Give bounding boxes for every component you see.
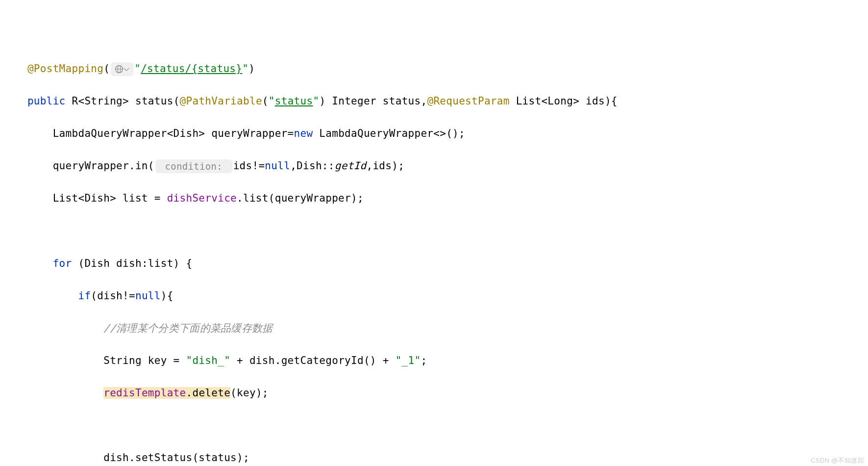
dot: . xyxy=(186,387,192,399)
keyword-null: null xyxy=(265,160,290,172)
ids-end: ,ids); xyxy=(366,160,404,172)
indent xyxy=(27,387,103,399)
indent xyxy=(27,160,53,172)
string-suffix-1: "_1" xyxy=(396,355,421,366)
comment-cleanup: //清理某个分类下面的菜品缓存数据 xyxy=(103,322,273,334)
code-line-12[interactable] xyxy=(0,414,868,436)
string-quote-open: " xyxy=(269,95,275,107)
string-key-decl: String key = xyxy=(103,355,186,366)
keyword-null: null xyxy=(135,290,161,302)
indent xyxy=(27,322,103,334)
for-params: (Dish dish:list) { xyxy=(72,258,193,269)
url-hint-badge[interactable] xyxy=(111,62,133,76)
code-line-6[interactable] xyxy=(0,220,868,241)
code-line-8[interactable]: if(dish!=null){ xyxy=(0,285,868,307)
querywrapper-decl: LambdaQueryWrapper<Dish> queryWrapper= xyxy=(53,128,294,139)
string-quote-open: " xyxy=(134,63,141,75)
param1-type: Integer xyxy=(332,95,383,107)
method-name-status: status xyxy=(135,95,174,107)
list-call: .list(queryWrapper); xyxy=(237,192,364,204)
indent xyxy=(27,452,103,464)
paren-open: ( xyxy=(174,95,180,107)
annotation-requestparam: @RequestParam xyxy=(427,95,509,107)
code-line-5[interactable]: List<Dish> list = dishService.list(query… xyxy=(0,187,868,209)
if-cond: (dish!= xyxy=(91,290,135,302)
chevron-down-icon xyxy=(124,66,129,71)
code-editor-view[interactable]: @PostMapping("/status/{status}") public … xyxy=(0,47,868,466)
paren-close: ) xyxy=(319,95,332,107)
method-ref-getid: getId xyxy=(335,160,367,172)
code-line-11[interactable]: redisTemplate.delete(key); xyxy=(0,382,868,404)
inline-hint-condition: condition: xyxy=(155,159,232,173)
semicolon: ; xyxy=(421,355,427,366)
keyword-new: new xyxy=(294,128,313,139)
if-brace: ){ xyxy=(161,290,174,302)
param2-name: ids xyxy=(586,95,605,107)
watermark-text: CSDN @不知迷踪 xyxy=(811,457,864,464)
concat-categoryid: + dish.getCategoryId() + xyxy=(230,355,396,366)
indent xyxy=(27,128,53,139)
pathvar-value: status xyxy=(275,95,313,107)
paren-open: ( xyxy=(103,63,110,75)
code-line-10[interactable]: String key = "dish_" + dish.getCategoryI… xyxy=(0,350,868,371)
list-decl: List<Dish> list = xyxy=(53,192,167,204)
comma: , xyxy=(421,95,427,107)
code-line-7[interactable]: for (Dish dish:list) { xyxy=(0,253,868,274)
field-redistemplate: redisTemplate xyxy=(103,387,186,399)
method-delete: delete xyxy=(192,387,230,399)
indent xyxy=(27,258,53,269)
code-line-2[interactable]: public R<String> status(@PathVariable("s… xyxy=(0,90,868,112)
dish-setstatus: dish.setStatus(status); xyxy=(103,452,249,464)
keyword-public: public xyxy=(27,95,66,107)
code-line-3[interactable]: LambdaQueryWrapper<Dish> queryWrapper=ne… xyxy=(0,123,868,144)
string-quote-close: " xyxy=(242,63,248,75)
code-line-13[interactable]: dish.setStatus(status); xyxy=(0,447,868,466)
url-path-string: /status/{status} xyxy=(141,63,242,75)
annotation-postmapping: @PostMapping xyxy=(27,63,103,75)
code-line-1[interactable]: @PostMapping("/status/{status}") xyxy=(0,58,868,79)
string-quote-close: " xyxy=(313,95,319,107)
delete-args: (key); xyxy=(230,387,269,399)
indent xyxy=(27,355,103,366)
paren-open: ( xyxy=(262,95,269,107)
keyword-for: for xyxy=(53,258,72,269)
code-line-9[interactable]: //清理某个分类下面的菜品缓存数据 xyxy=(0,317,868,339)
keyword-if: if xyxy=(78,290,91,302)
constructor-call: LambdaQueryWrapper<>(); xyxy=(313,128,465,139)
param1-name: status xyxy=(383,95,421,107)
globe-icon xyxy=(115,65,124,74)
dish-ref: ,Dish:: xyxy=(290,160,335,172)
code-line-4[interactable]: queryWrapper.in( condition: ids!=null,Di… xyxy=(0,155,868,177)
field-dishservice: dishService xyxy=(167,192,237,204)
brace-open: { xyxy=(611,95,618,107)
paren-close: ) xyxy=(248,63,255,75)
string-dish-prefix: "dish_" xyxy=(186,355,230,366)
querywrapper-in: queryWrapper.in( xyxy=(53,160,154,172)
ids-neq: ids!= xyxy=(233,160,265,172)
return-type: R<String> xyxy=(72,95,135,107)
annotation-pathvariable: @PathVariable xyxy=(180,95,262,107)
paren-close: ) xyxy=(605,95,611,107)
indent xyxy=(27,290,78,302)
indent xyxy=(27,192,53,204)
param2-type: List<Long> xyxy=(510,95,586,107)
